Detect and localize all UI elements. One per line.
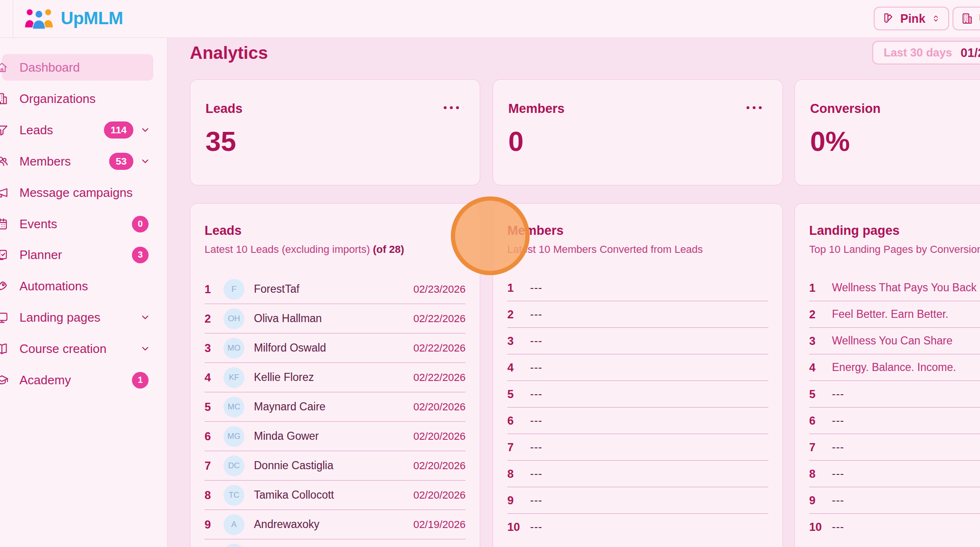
member-name: --- <box>530 494 768 507</box>
member-row: 8 --- <box>507 461 768 487</box>
row-rank: 4 <box>205 371 222 384</box>
row-rank: 3 <box>507 334 530 348</box>
page-title: Analytics <box>190 43 268 63</box>
lead-name: Oliva Hallman <box>254 312 413 325</box>
lead-row[interactable]: 10 F ForestTaf 02/16/2026 <box>205 539 466 547</box>
divider <box>13 0 13 37</box>
theme-select-button[interactable]: Pink <box>874 7 949 30</box>
chevron-down-icon[interactable] <box>140 312 150 323</box>
landing-page-row[interactable]: 6 --- <box>809 408 980 434</box>
sidebar-item-landing-pages[interactable]: Landing pages <box>2 304 153 331</box>
avatar: MO <box>224 338 244 359</box>
row-rank: 5 <box>507 388 530 401</box>
landing-page-name: --- <box>832 388 980 400</box>
lead-row[interactable]: 3 MO Milford Oswald 02/22/2026 <box>205 334 466 363</box>
users-icon <box>0 155 9 168</box>
sidebar-item-course-creation[interactable]: Course creation <box>2 335 153 362</box>
theme-select-value: Pink <box>900 12 925 26</box>
landing-page-row[interactable]: 4 Energy. Balance. Income. <box>809 354 980 381</box>
row-rank: 1 <box>205 283 222 296</box>
row-rank: 10 <box>507 520 530 534</box>
landing-page-name: Wellness You Can Share <box>832 334 980 347</box>
row-rank: 8 <box>205 489 222 502</box>
planner-count-badge: 3 <box>132 247 149 263</box>
chevron-down-icon[interactable] <box>140 343 150 354</box>
landing-page-row[interactable]: 1 Wellness That Pays You Back <box>809 275 980 301</box>
row-rank: 1 <box>809 281 832 295</box>
member-row: 5 --- <box>507 381 768 408</box>
home-icon <box>0 61 9 74</box>
avatar: OH <box>224 308 244 329</box>
row-rank: 7 <box>507 441 530 454</box>
row-rank: 2 <box>809 308 832 321</box>
landing-page-row[interactable]: 5 --- <box>809 381 980 408</box>
card-menu-button[interactable] <box>745 104 764 111</box>
rocket-icon <box>0 279 9 293</box>
lead-row[interactable]: 9 A Andrewaxoky 02/19/2026 <box>205 510 466 539</box>
stat-card-value: 0% <box>810 125 850 157</box>
lead-date: 02/19/2026 <box>413 519 466 531</box>
panel-title: Members <box>507 223 564 238</box>
panel-subtitle: Latest 10 Leads (excluding imports) (of … <box>205 243 404 256</box>
chevron-down-icon[interactable] <box>140 125 150 135</box>
member-name: --- <box>530 308 768 321</box>
leads-stat-card: Leads 35 <box>190 79 480 185</box>
date-range-picker[interactable]: Last 30 days 01/25/20 <box>872 41 980 65</box>
building-icon <box>961 12 973 25</box>
landing-page-name: Wellness That Pays You Back <box>832 281 980 294</box>
row-rank: 6 <box>809 414 832 427</box>
member-row: 2 --- <box>507 301 768 328</box>
sidebar-item-events[interactable]: Events 0 <box>2 211 153 237</box>
row-rank: 10 <box>809 520 832 534</box>
organization-select-button[interactable]: U <box>952 7 980 30</box>
date-range-label: Last 30 days <box>884 46 952 59</box>
sidebar-item-message-campaigns[interactable]: Message campaigns <box>2 179 153 206</box>
megaphone-icon <box>0 186 9 199</box>
funnel-icon <box>0 123 9 137</box>
sidebar-item-planner[interactable]: Planner 3 <box>2 241 153 268</box>
chevron-down-icon[interactable] <box>140 156 150 167</box>
landing-page-row[interactable]: 7 --- <box>809 434 980 461</box>
brand-name: UpMLM <box>61 9 123 28</box>
member-row: 1 --- <box>507 275 768 301</box>
landing-page-row[interactable]: 8 --- <box>809 461 980 487</box>
lead-name: Andrewaxoky <box>254 518 413 531</box>
sidebar-item-academy[interactable]: Academy 1 <box>2 367 153 393</box>
academy-count-badge: 1 <box>132 372 149 389</box>
members-stat-card: Members 0 <box>493 79 783 185</box>
member-name: --- <box>530 334 768 347</box>
landing-page-row[interactable]: 9 --- <box>809 487 980 514</box>
lead-row[interactable]: 6 MG Minda Gower 02/20/2026 <box>205 422 466 451</box>
lead-row[interactable]: 1 F ForestTaf 02/23/2026 <box>205 275 466 304</box>
lead-row[interactable]: 8 TC Tamika Collocott 02/20/2026 <box>205 481 466 510</box>
row-rank: 3 <box>205 342 222 355</box>
sidebar-item-leads[interactable]: Leads 114 <box>2 117 153 143</box>
row-rank: 2 <box>205 312 222 325</box>
landing-page-row[interactable]: 10 --- <box>809 514 980 540</box>
sidebar-item-label: Events <box>19 217 132 232</box>
landing-page-name: --- <box>832 467 980 480</box>
sidebar-item-label: Automations <box>19 279 153 294</box>
sidebar-item-organizations[interactable]: Organizations <box>2 85 153 112</box>
member-name: --- <box>530 281 768 294</box>
avatar: TC <box>224 485 244 506</box>
lead-row[interactable]: 7 DC Donnie Castiglia 02/20/2026 <box>205 451 466 481</box>
stat-card-value: 0 <box>508 125 523 157</box>
row-rank: 7 <box>809 441 832 454</box>
app-logo[interactable]: UpMLM <box>24 5 123 32</box>
sidebar-item-automations[interactable]: Automations <box>2 273 153 299</box>
lead-row[interactable]: 2 OH Oliva Hallman 02/22/2026 <box>205 304 466 334</box>
lead-row[interactable]: 4 KF Kellie Florez 02/22/2026 <box>205 363 466 392</box>
lead-row[interactable]: 5 MC Maynard Caire 02/20/2026 <box>205 392 466 422</box>
landing-page-name: --- <box>832 494 980 507</box>
row-rank: 8 <box>507 467 530 481</box>
card-menu-button[interactable] <box>442 104 461 111</box>
sidebar-item-dashboard[interactable]: Dashboard <box>2 54 153 81</box>
topbar: UpMLM Pink U <box>0 0 980 38</box>
sidebar-item-members[interactable]: Members 53 <box>2 148 153 175</box>
member-row: 10 --- <box>507 514 768 540</box>
row-rank: 3 <box>809 334 832 348</box>
landing-page-row[interactable]: 3 Wellness You Can Share <box>809 328 980 354</box>
landing-page-row[interactable]: 2 Feel Better. Earn Better. <box>809 301 980 328</box>
conversion-stat-card: Conversion 0% <box>794 79 980 185</box>
